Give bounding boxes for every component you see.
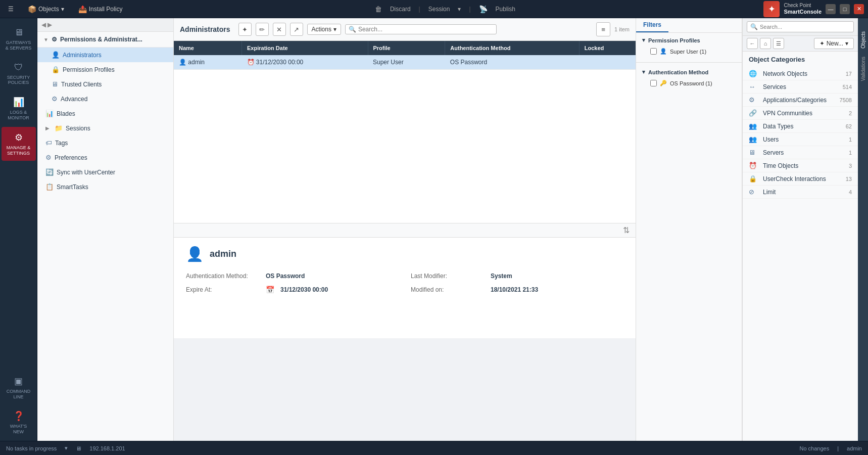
- edit-admin-button[interactable]: ✏: [256, 23, 269, 36]
- sidebar-item-administrators[interactable]: 👤 Administrators: [37, 48, 173, 62]
- category-data-types[interactable]: 👥 Data Types 62: [743, 120, 858, 133]
- category-services[interactable]: ↔ Services 514: [743, 80, 858, 94]
- ospassword-checkbox[interactable]: [650, 80, 657, 86]
- app-menu-button[interactable]: ☰: [4, 4, 18, 15]
- close-button[interactable]: ✕: [854, 4, 864, 14]
- pp-section-label: Permission Profiles: [648, 37, 700, 43]
- sidebar-item-smarttasks[interactable]: 📋 SmartTasks: [37, 179, 173, 194]
- network-objects-count: 17: [846, 71, 852, 77]
- objects-search-input[interactable]: [760, 24, 850, 30]
- new-label: New...: [827, 40, 843, 47]
- tree-header[interactable]: ◀ ▶: [37, 18, 173, 32]
- col-expiration[interactable]: Expiration Date: [242, 41, 368, 55]
- detail-auth-row: Authentication Method: OS Password: [186, 272, 399, 280]
- objects-nav-bar: ← ⌂ ☰ ✦ New... ▾: [743, 36, 858, 52]
- category-limit[interactable]: ⊘ Limit 4: [743, 186, 858, 199]
- users-label: Users: [763, 136, 779, 143]
- category-usercheck[interactable]: 🔒 UserCheck Interactions 13: [743, 172, 858, 186]
- filters-panel: Filters ▾ Permission Profiles 👤 Super Us…: [636, 18, 742, 441]
- home-button[interactable]: ⌂: [760, 38, 771, 49]
- col-profile[interactable]: Profile: [368, 41, 445, 55]
- detail-top-bar: ⇅: [174, 223, 636, 237]
- back-button[interactable]: ←: [747, 38, 758, 49]
- objects-search-container: 🔍: [747, 21, 854, 32]
- sidebar-item-trusted-clients[interactable]: 🖥 Trusted Clients: [37, 77, 173, 92]
- side-tab-objects[interactable]: Objects: [859, 28, 867, 52]
- filter-permission-profiles-header[interactable]: ▾ Permission Profiles: [642, 37, 736, 43]
- last-modifier-label: Last Modifier:: [411, 272, 487, 280]
- table-row[interactable]: 👤 admin ⏰ 31/12/2030 00:00 Super User OS…: [174, 55, 636, 70]
- detail-collapse-button[interactable]: ⇅: [623, 225, 630, 235]
- side-tab-validations[interactable]: Validations: [859, 54, 867, 84]
- statusbar: No tasks in progress ▾ 🖥 192.168.1.201 N…: [0, 441, 868, 455]
- advanced-label: Advanced: [61, 96, 87, 103]
- changes-label: No changes: [799, 445, 829, 451]
- left-nav: 🖥 GATEWAYS& SERVERS 🛡 SECURITYPOLICIES 📊…: [0, 18, 37, 441]
- maximize-button[interactable]: □: [840, 4, 850, 14]
- sidebar-item-sync-usercenter[interactable]: 🔄 Sync with UserCenter: [37, 165, 173, 179]
- filter-option-ospassword[interactable]: 🔑 OS Password (1): [642, 78, 736, 88]
- list-view-button[interactable]: ☰: [773, 38, 784, 49]
- nav-logs[interactable]: 📊 LOGS &MONITOR: [2, 92, 36, 126]
- export-admin-button[interactable]: ↗: [290, 23, 303, 36]
- superuser-label: Super User (1): [670, 49, 706, 55]
- time-objects-icon: ⏰: [749, 162, 759, 169]
- filter-button[interactable]: ≡: [596, 22, 610, 36]
- category-applications[interactable]: ⚙ Applications/Categories 7508: [743, 94, 858, 107]
- sidebar-item-tags[interactable]: 🏷 Tags: [37, 135, 173, 150]
- nav-gateways[interactable]: 🖥 GATEWAYS& SERVERS: [2, 22, 36, 56]
- category-servers[interactable]: 🖥 Servers 1: [743, 146, 858, 159]
- col-auth[interactable]: Authentication Method: [445, 41, 579, 55]
- sidebar-item-preferences[interactable]: ⚙ Preferences: [37, 150, 173, 165]
- tab-filters[interactable]: Filters: [636, 18, 668, 32]
- objects-categories-title: Object Categories: [743, 52, 858, 67]
- sidebar-item-blades[interactable]: 📊 Blades: [37, 106, 173, 121]
- search-icon: 🔍: [349, 26, 356, 33]
- category-users[interactable]: 👥 Users 1: [743, 133, 858, 146]
- category-vpn[interactable]: 🔗 VPN Communities 2: [743, 107, 858, 120]
- col-locked[interactable]: Locked: [579, 41, 636, 55]
- vpn-count: 2: [849, 110, 852, 116]
- filter-option-superuser[interactable]: 👤 Super User (1): [642, 47, 736, 56]
- install-policy-button[interactable]: 📤 Install Policy: [74, 3, 127, 15]
- tasks-label: No tasks in progress: [6, 445, 57, 451]
- filter-auth-method-header[interactable]: ▾ Authentication Method: [642, 69, 736, 75]
- superuser-checkbox[interactable]: [650, 48, 657, 55]
- nav-whatsnew[interactable]: ❓ WHAT'SNEW: [2, 405, 36, 440]
- usercheck-label: UserCheck Interactions: [763, 175, 826, 183]
- smarttasks-label: SmartTasks: [57, 184, 88, 191]
- category-network-objects[interactable]: 🌐 Network Objects 17: [743, 67, 858, 80]
- filter-section-permission-profiles: ▾ Permission Profiles 👤 Super User (1): [636, 33, 742, 60]
- new-object-button[interactable]: ✦ New... ▾: [814, 38, 854, 49]
- user-label: admin: [847, 445, 862, 451]
- sidebar-item-permission-profiles[interactable]: 🔒 Permission Profiles: [37, 62, 173, 77]
- last-modifier-value: System: [491, 272, 512, 280]
- nav-security[interactable]: 🛡 SECURITYPOLICIES: [2, 57, 36, 91]
- session-label[interactable]: Session: [428, 6, 450, 13]
- data-types-icon: 👥: [749, 122, 759, 130]
- sidebar-item-sessions[interactable]: ▶ 📁 Sessions: [37, 121, 173, 135]
- category-time-objects[interactable]: ⏰ Time Objects 3: [743, 159, 858, 172]
- tasks-arrow-icon[interactable]: ▾: [65, 445, 68, 451]
- objects-menu-button[interactable]: 📦 Objects ▾: [24, 3, 68, 15]
- tree-root-item[interactable]: ▼ ⚙ Permissions & Administrat...: [37, 32, 173, 48]
- sidebar-item-advanced[interactable]: ⚙ Advanced: [37, 92, 173, 106]
- admin-search-input[interactable]: [358, 26, 493, 33]
- col-name[interactable]: Name: [174, 41, 242, 55]
- logs-label: LOGS &MONITOR: [8, 110, 29, 121]
- advanced-icon: ⚙: [52, 95, 58, 103]
- command-label: COMMANDLINE: [7, 389, 31, 400]
- modified-on-label: Modified on:: [411, 286, 487, 293]
- nav-command[interactable]: ▣ COMMANDLINE: [2, 371, 36, 405]
- discard-label[interactable]: Discard: [390, 6, 411, 13]
- app-name-line2: SmartConsole: [784, 9, 822, 15]
- actions-dropdown-button[interactable]: Actions ▾: [307, 24, 341, 35]
- install-policy-label: Install Policy: [89, 6, 123, 13]
- delete-admin-button[interactable]: ✕: [273, 23, 286, 36]
- minimize-button[interactable]: —: [826, 4, 836, 14]
- nav-manage[interactable]: ⚙ MANAGE &SETTINGS: [2, 127, 36, 161]
- cp-icon: ✦: [763, 1, 780, 17]
- new-admin-button[interactable]: ✦: [238, 23, 252, 36]
- publish-label[interactable]: Publish: [496, 6, 515, 13]
- blades-label: Blades: [57, 110, 75, 117]
